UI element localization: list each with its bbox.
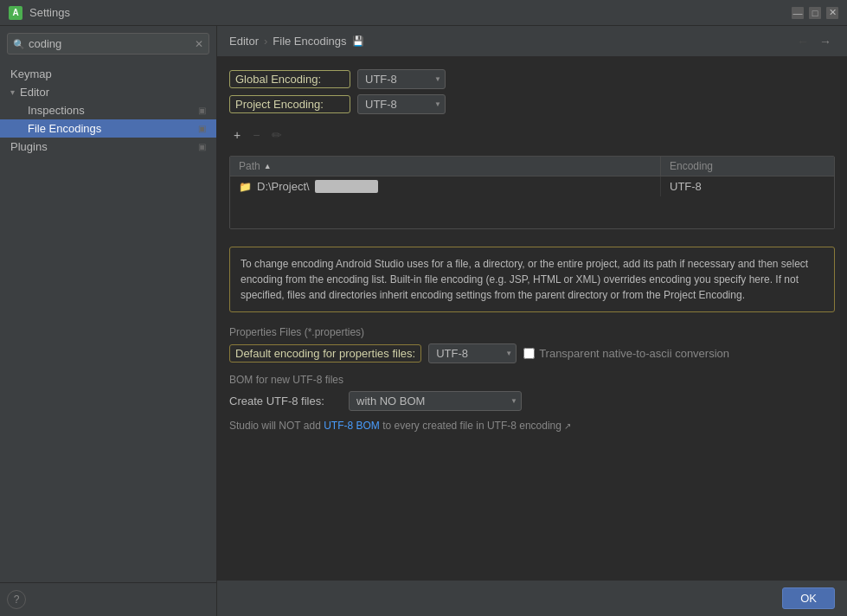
bom-row: Create UTF-8 files: with NO BOM with BOM xyxy=(229,391,835,411)
sidebar-item-label: Plugins xyxy=(10,140,48,153)
search-box[interactable]: 🔍 ✕ xyxy=(7,33,209,55)
maximize-button[interactable]: □ xyxy=(809,7,821,19)
path-prefix: D:\Project\ xyxy=(257,180,310,193)
window-title: Settings xyxy=(29,6,70,19)
default-encoding-label: Default encoding for properties files: xyxy=(229,344,421,363)
global-encoding-select[interactable]: UTF-8 UTF-16 ISO-8859-1 xyxy=(357,69,446,89)
nav-arrows[interactable]: ← → xyxy=(793,33,835,50)
close-button[interactable]: ✕ xyxy=(826,7,838,19)
sidebar-item-plugins[interactable]: Plugins ▣ xyxy=(0,138,216,156)
tab-icon: ▣ xyxy=(198,124,206,133)
properties-title: Properties Files (*.properties) xyxy=(229,326,835,338)
properties-encoding-select[interactable]: UTF-8 UTF-16 ISO-8859-1 xyxy=(428,343,517,363)
path-table: Path ▲ Encoding 📁 D:\Project\ ████████ U… xyxy=(229,156,835,229)
path-blurred: ████████ xyxy=(315,180,379,193)
sidebar-item-label: Editor xyxy=(20,86,49,99)
sidebar-item-label: File Encodings xyxy=(28,122,101,135)
breadcrumb: Editor › File Encodings 💾 xyxy=(229,35,364,48)
sidebar-item-keymap[interactable]: Keymap xyxy=(0,65,216,83)
help-button[interactable]: ? xyxy=(7,590,26,609)
bom-note-suffix: to every created file in UTF-8 encoding xyxy=(382,420,561,432)
checkbox-text: Transparent native-to-ascii conversion xyxy=(539,347,729,360)
props-row: Default encoding for properties files: U… xyxy=(229,343,835,363)
title-bar-left: A Settings xyxy=(9,6,70,20)
sidebar-item-label: Inspections xyxy=(28,104,85,117)
title-bar-controls[interactable]: — □ ✕ xyxy=(792,7,838,19)
back-button[interactable]: ← xyxy=(793,33,812,50)
bom-note-prefix: Studio will NOT add xyxy=(229,420,324,432)
sidebar-bottom: ? xyxy=(0,582,216,616)
app-icon: A xyxy=(9,6,22,20)
path-toolbar: + − ✏ xyxy=(229,125,835,145)
bom-select-wrapper[interactable]: with NO BOM with BOM xyxy=(349,391,522,411)
sidebar-item-file-encodings[interactable]: File Encodings ▣ xyxy=(0,119,216,138)
sort-icon: ▲ xyxy=(264,162,272,170)
project-encoding-row: Project Encoding: UTF-8 UTF-16 ISO-8859-… xyxy=(229,94,835,114)
project-encoding-select[interactable]: UTF-8 UTF-16 ISO-8859-1 xyxy=(357,94,446,114)
ok-button[interactable]: OK xyxy=(782,587,835,609)
sidebar-item-editor[interactable]: ▾ Editor xyxy=(0,83,216,101)
bom-note-link[interactable]: UTF-8 BOM xyxy=(324,420,380,432)
tab-icon: ▣ xyxy=(198,142,206,151)
global-encoding-row: Global Encoding: UTF-8 UTF-16 ISO-8859-1 xyxy=(229,69,835,89)
info-text: To change encoding Android Studio uses f… xyxy=(241,258,808,301)
cell-path: 📁 D:\Project\ ████████ xyxy=(230,176,661,196)
global-encoding-select-wrapper[interactable]: UTF-8 UTF-16 ISO-8859-1 xyxy=(357,69,446,89)
properties-section: Properties Files (*.properties) Default … xyxy=(229,323,835,363)
bom-create-label: Create UTF-8 files: xyxy=(229,395,342,407)
folder-icon: 📁 xyxy=(239,181,252,193)
encoding-section: Global Encoding: UTF-8 UTF-16 ISO-8859-1… xyxy=(229,69,835,114)
properties-encoding-select-wrapper[interactable]: UTF-8 UTF-16 ISO-8859-1 xyxy=(428,343,517,363)
breadcrumb-current: File Encodings xyxy=(273,35,346,48)
sidebar-item-inspections[interactable]: Inspections ▣ xyxy=(0,101,216,119)
search-icon: 🔍 xyxy=(13,38,25,49)
bom-section: BOM for new UTF-8 files Create UTF-8 fil… xyxy=(229,374,835,432)
transparent-checkbox[interactable] xyxy=(523,348,535,359)
main-layout: 🔍 ✕ Keymap ▾ Editor Inspections ▣ File E… xyxy=(0,26,847,616)
forward-button[interactable]: → xyxy=(816,33,835,50)
bom-create-select[interactable]: with NO BOM with BOM xyxy=(349,391,522,411)
col-path-header: Path ▲ xyxy=(230,157,661,176)
title-bar: A Settings — □ ✕ xyxy=(0,0,847,26)
breadcrumb-separator: › xyxy=(264,35,267,48)
info-box: To change encoding Android Studio uses f… xyxy=(229,247,835,312)
content-header: Editor › File Encodings 💾 ← → xyxy=(217,26,847,57)
bom-note: Studio will NOT add UTF-8 BOM to every c… xyxy=(229,420,835,432)
transparent-checkbox-label[interactable]: Transparent native-to-ascii conversion xyxy=(523,347,729,360)
external-link-icon: ↗ xyxy=(564,421,571,431)
sidebar: 🔍 ✕ Keymap ▾ Editor Inspections ▣ File E… xyxy=(0,26,217,616)
table-body: 📁 D:\Project\ ████████ UTF-8 xyxy=(230,176,834,228)
content-body: Global Encoding: UTF-8 UTF-16 ISO-8859-1… xyxy=(217,57,847,580)
add-path-button[interactable]: + xyxy=(229,126,245,144)
breadcrumb-parent: Editor xyxy=(229,35,259,48)
sidebar-item-label: Keymap xyxy=(10,67,52,80)
remove-path-button[interactable]: − xyxy=(248,126,264,144)
save-icon[interactable]: 💾 xyxy=(352,35,364,47)
global-encoding-label: Global Encoding: xyxy=(229,70,350,88)
content-footer: OK xyxy=(217,580,847,616)
tab-icon: ▣ xyxy=(198,106,206,115)
cell-encoding: UTF-8 xyxy=(661,176,834,196)
table-header: Path ▲ Encoding xyxy=(230,157,834,176)
nav-tree: Keymap ▾ Editor Inspections ▣ File Encod… xyxy=(0,61,216,582)
edit-path-button[interactable]: ✏ xyxy=(267,126,286,144)
content-panel: Editor › File Encodings 💾 ← → Global Enc… xyxy=(217,26,847,616)
bom-title: BOM for new UTF-8 files xyxy=(229,374,835,386)
chevron-down-icon: ▾ xyxy=(10,87,15,97)
search-clear-icon[interactable]: ✕ xyxy=(195,38,203,50)
col-encoding-header: Encoding xyxy=(661,157,834,176)
table-row[interactable]: 📁 D:\Project\ ████████ UTF-8 xyxy=(230,176,834,196)
project-encoding-label: Project Encoding: xyxy=(229,95,350,113)
minimize-button[interactable]: — xyxy=(792,7,804,19)
project-encoding-select-wrapper[interactable]: UTF-8 UTF-16 ISO-8859-1 xyxy=(357,94,446,114)
search-input[interactable] xyxy=(7,33,209,55)
